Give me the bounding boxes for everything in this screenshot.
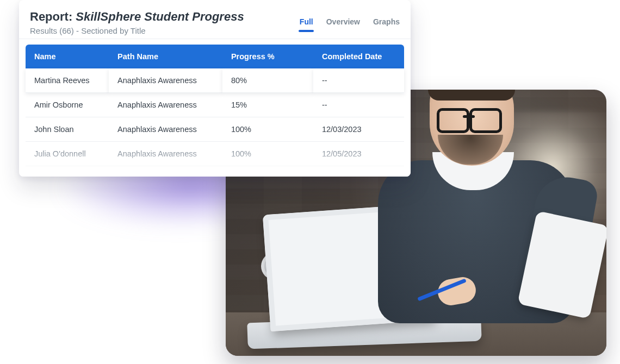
cell-progress: 100% [222,142,313,166]
glasses-bridge [463,115,475,118]
cell-name: Amir Osborne [26,93,109,117]
cell-name: Julia O'donnell [26,142,109,166]
glasses-icon [437,108,502,128]
stage: Report: SkillSphere Student Progress Res… [0,0,620,364]
cell-completed: -- [313,68,404,93]
report-subtitle: Results (66) - Sectioned by Title [30,26,244,35]
cell-path: Anaphlaxis Awareness [109,142,222,166]
cell-path: Anaphlaxis Awareness [109,117,222,142]
report-title-prefix: Report: [30,10,76,23]
tab-overview[interactable]: Overview [326,13,360,32]
col-header-completed[interactable]: Completed Date [313,45,404,68]
table-header-row: Name Path Name Progress % Completed Date [26,45,404,68]
photo-person-hair [428,90,515,101]
report-table-wrap: Name Path Name Progress % Completed Date… [19,39,411,166]
report-title: Report: SkillSphere Student Progress [30,10,244,24]
cell-progress: 100% [222,117,313,142]
cell-name: John Sloan [26,117,109,142]
cell-completed: 12/03/2023 [313,117,404,142]
tab-full[interactable]: Full [300,13,313,32]
cell-path: Anaphlaxis Awareness [109,68,222,93]
col-header-path[interactable]: Path Name [109,45,222,68]
cell-completed: 12/05/2023 [313,142,404,166]
report-title-name: SkillSphere Student Progress [76,10,244,23]
cell-name: Martina Reeves [26,68,109,93]
col-header-progress[interactable]: Progress % [222,45,313,68]
report-header: Report: SkillSphere Student Progress Res… [19,0,411,39]
report-card: Report: SkillSphere Student Progress Res… [19,0,411,177]
report-title-block: Report: SkillSphere Student Progress Res… [30,10,244,35]
table-row[interactable]: John Sloan Anaphlaxis Awareness 100% 12/… [26,117,404,142]
cell-progress: 80% [222,68,313,93]
table-row[interactable]: Martina Reeves Anaphlaxis Awareness 80% … [26,68,404,93]
report-table: Name Path Name Progress % Completed Date… [26,45,404,166]
cell-completed: -- [313,93,404,117]
col-header-name[interactable]: Name [26,45,109,68]
table-row[interactable]: Julia O'donnell Anaphlaxis Awareness 100… [26,142,404,166]
cell-path: Anaphlaxis Awareness [109,93,222,117]
cell-progress: 15% [222,93,313,117]
report-tabs: Full Overview Graphs [300,10,400,32]
table-row[interactable]: Amir Osborne Anaphlaxis Awareness 15% -- [26,93,404,117]
tab-graphs[interactable]: Graphs [373,13,400,32]
